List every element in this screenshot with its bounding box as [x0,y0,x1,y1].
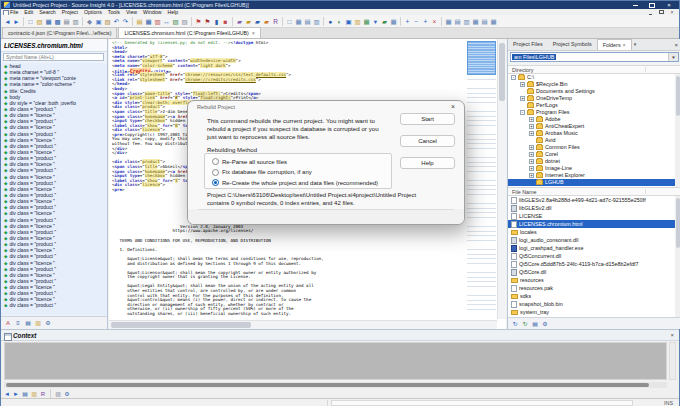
tree-item[interactable]: +Arobas Music [508,130,676,137]
help-button[interactable]: Help [400,157,455,169]
doc-red-icon[interactable]: ▥ [153,17,162,26]
doc-blue-icon[interactable]: ▤ [21,390,29,398]
editor-hscroll-thumb[interactable] [111,322,251,328]
tree-item[interactable]: -C:\ [508,74,676,81]
directory-column-header[interactable]: Directory [508,65,680,74]
start-button[interactable]: Start [400,113,455,125]
browse-icon[interactable]: ● [326,17,335,26]
window-tile-icon[interactable]: ▦ [294,17,303,26]
compare-icon[interactable]: ▧ [171,17,180,26]
chart-icon[interactable]: ▰ [380,17,389,26]
file-item[interactable]: Qt5Core.d5dd87b5-24fc-4119-b7ca-d15e8b2e… [508,260,676,268]
close-doc-icon[interactable]: × [430,17,439,26]
context-close-icon[interactable]: × [670,330,674,341]
cancel-button[interactable]: Cancel [400,135,455,147]
window-cascade-icon[interactable]: ▤ [303,17,312,26]
indent-icon[interactable]: + [421,17,430,26]
forward-icon[interactable]: ► [12,17,21,26]
panel-1-icon[interactable]: ▦ [444,17,453,26]
doc-view-icon[interactable]: ▣ [344,17,353,26]
tree-item[interactable]: +Image-Line [508,165,676,172]
expand-icon[interactable]: + [529,159,534,164]
open-file-icon[interactable]: ▧ [35,17,44,26]
file-item[interactable]: snapshot_blob.bin [508,300,676,308]
tree-item[interactable]: +Corel [508,151,676,158]
expand-icon[interactable]: + [529,152,534,157]
symbol-orange-icon[interactable]: ▰ [262,17,271,26]
symbol-purple-icon[interactable]: ▰ [235,17,244,26]
context-vertical-scrollbar[interactable] [669,342,676,380]
file-item[interactable]: sdks [508,292,676,300]
doc-icon[interactable]: ▨ [54,390,62,398]
file-item[interactable]: resources.pak [508,284,676,292]
grid-icon[interactable]: ▦ [389,17,398,26]
save-all-icon[interactable]: ▩ [53,17,62,26]
radio-option[interactable]: Re-Create the whole project and data fil… [212,178,378,187]
expand-icon[interactable]: + [520,96,525,101]
maximize-button[interactable] [644,1,660,9]
symbol-yellow-icon[interactable]: ▰ [244,17,253,26]
radio-option[interactable]: Fix database file corruption, if any [212,168,312,177]
sync-icon[interactable]: ↻ [521,320,529,328]
expand-icon[interactable]: + [529,173,534,178]
file-item[interactable]: LICENSE [508,212,676,220]
tree-item[interactable]: LGHUB [508,179,676,186]
tree-scrollbar[interactable] [675,74,680,187]
tab-close-icon[interactable]: × [252,30,255,36]
book-icon[interactable]: ▥ [353,17,362,26]
editor-vscroll-thumb[interactable] [499,43,505,101]
book-icon[interactable]: ▥ [30,390,38,398]
zoom-in-icon[interactable]: + [403,17,412,26]
collapse-icon[interactable]: - [511,75,516,80]
panel-6-icon[interactable]: ▦ [489,17,498,26]
undo-icon[interactable]: ↶ [112,17,121,26]
radio-selected-icon[interactable] [212,179,219,186]
expand-icon[interactable]: + [529,131,534,136]
expand-icon[interactable]: + [529,166,534,171]
print-icon[interactable]: ▤ [62,17,71,26]
context-horizontal-scrollbar[interactable] [4,382,667,388]
minimize-button[interactable] [627,1,643,9]
cut-icon[interactable]: ◆ [85,17,94,26]
editor-horizontal-scrollbar[interactable] [109,320,497,329]
expand-icon[interactable]: + [529,145,534,150]
panel-4-icon[interactable]: ▦ [471,17,480,26]
doc-gray-icon[interactable]: ▨ [180,17,189,26]
filter-icon[interactable]: ▾ [371,17,380,26]
open-project-icon[interactable]: ▤ [135,17,144,26]
sort-alpha-icon[interactable]: A [4,319,12,327]
back-icon[interactable]: ◄ [3,390,11,398]
refresh-icon[interactable]: ↻ [511,320,519,328]
chevron-down-icon[interactable]: ▼ [668,53,678,61]
flag-alt-icon[interactable]: ⚑ [203,17,212,26]
flag-icon[interactable]: ⚑ [194,17,203,26]
list-icon[interactable]: ▤ [531,320,539,328]
panel-3-icon[interactable]: ▥ [462,17,471,26]
bookmark-icon[interactable]: ▮ [212,17,221,26]
file-name-column-header[interactable]: File Name [508,187,680,196]
save-icon[interactable]: ▦ [44,17,53,26]
gear-icon[interactable]: ⚙ [63,390,71,398]
globe-icon[interactable]: ◐ [335,17,344,26]
copy-icon[interactable]: ▣ [94,17,103,26]
file-item[interactable]: Qt5Concurrent.dll [508,252,676,260]
zoom-out-icon[interactable]: − [412,17,421,26]
editor-overview-strip[interactable] [467,41,496,317]
tab-close-icon[interactable]: × [623,42,626,48]
symbol-search-input[interactable] [3,53,104,61]
file-item[interactable]: LICENSES.chromium.html [508,220,676,228]
tree-item[interactable]: +Adobe [508,116,676,123]
tab-project-files[interactable]: Project Files [508,39,548,50]
collapse-icon[interactable]: - [520,110,525,115]
tree-item[interactable]: Documents and Settings [508,88,676,95]
tree-item[interactable]: +Internet Explorer [508,172,676,179]
group-icon[interactable]: ▤ [24,319,32,327]
context-hscroll-thumb[interactable] [6,383,649,387]
file-item[interactable]: locales [508,228,676,236]
forward-icon[interactable]: ► [12,390,20,398]
tree-item[interactable]: Avid [508,137,676,144]
list-icon[interactable]: ≡ [14,319,22,327]
path-combobox[interactable]: am Files\LGHUB ▼ [510,52,679,62]
paste-icon[interactable]: ▨ [103,17,112,26]
gear-icon[interactable]: ⚙ [44,319,52,327]
